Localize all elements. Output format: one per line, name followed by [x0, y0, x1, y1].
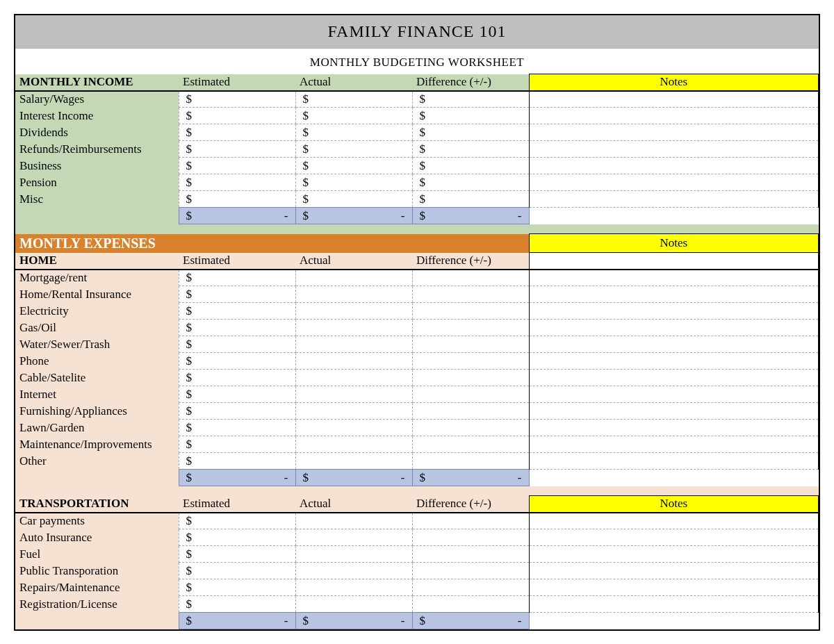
notes-cell[interactable] [529, 579, 819, 596]
cell-difference[interactable] [412, 453, 529, 470]
notes-cell[interactable] [529, 124, 819, 141]
cell-actual[interactable] [295, 436, 412, 453]
notes-cell[interactable] [529, 513, 819, 529]
cell-difference[interactable] [412, 320, 529, 336]
cell-estimated[interactable]: $ [179, 141, 295, 158]
cell-estimated[interactable]: $ [179, 386, 295, 403]
cell-estimated[interactable]: $ [179, 579, 295, 596]
cell-actual[interactable] [295, 353, 412, 370]
cell-estimated[interactable]: $ [179, 529, 295, 546]
cell-estimated[interactable]: $ [179, 174, 295, 191]
cell-actual[interactable] [295, 270, 412, 286]
cell-estimated[interactable]: $ [179, 108, 295, 124]
cell-actual[interactable] [295, 453, 412, 470]
notes-cell[interactable] [529, 403, 819, 420]
cell-estimated[interactable]: $ [179, 336, 295, 353]
cell-difference[interactable]: $ [412, 158, 529, 174]
notes-cell[interactable] [529, 420, 819, 436]
total-actual[interactable]: $- [295, 613, 412, 629]
cell-difference[interactable] [412, 563, 529, 579]
cell-actual[interactable]: $ [295, 158, 412, 174]
notes-cell[interactable] [529, 108, 819, 124]
cell-estimated[interactable]: $ [179, 370, 295, 386]
income-total-estimated[interactable]: $- [179, 208, 295, 224]
cell-difference[interactable]: $ [412, 174, 529, 191]
cell-actual[interactable] [295, 529, 412, 546]
cell-difference[interactable]: $ [412, 191, 529, 208]
cell-difference[interactable] [412, 336, 529, 353]
cell-estimated[interactable]: $ [179, 546, 295, 563]
cell-estimated[interactable]: $ [179, 403, 295, 420]
notes-cell[interactable] [529, 336, 819, 353]
cell-actual[interactable] [295, 596, 412, 613]
notes-cell[interactable] [529, 303, 819, 320]
cell-estimated[interactable]: $ [179, 124, 295, 141]
cell-actual[interactable]: $ [295, 108, 412, 124]
cell-estimated[interactable]: $ [179, 436, 295, 453]
notes-cell[interactable] [529, 596, 819, 613]
notes-cell[interactable] [529, 270, 819, 286]
total-difference[interactable]: $- [412, 470, 529, 486]
cell-difference[interactable]: $ [412, 124, 529, 141]
cell-estimated[interactable]: $ [179, 270, 295, 286]
cell-actual[interactable] [295, 579, 412, 596]
cell-actual[interactable] [295, 336, 412, 353]
cell-difference[interactable] [412, 436, 529, 453]
cell-difference[interactable] [412, 353, 529, 370]
cell-actual[interactable] [295, 303, 412, 320]
cell-difference[interactable] [412, 286, 529, 303]
notes-cell[interactable] [529, 546, 819, 563]
cell-estimated[interactable]: $ [179, 158, 295, 174]
notes-cell[interactable] [529, 353, 819, 370]
cell-difference[interactable]: $ [412, 141, 529, 158]
cell-estimated[interactable]: $ [179, 286, 295, 303]
cell-estimated[interactable]: $ [179, 353, 295, 370]
cell-difference[interactable] [412, 370, 529, 386]
cell-estimated[interactable]: $ [179, 596, 295, 613]
notes-cell[interactable] [529, 370, 819, 386]
cell-actual[interactable] [295, 320, 412, 336]
cell-actual[interactable] [295, 370, 412, 386]
cell-estimated[interactable]: $ [179, 320, 295, 336]
cell-estimated[interactable]: $ [179, 303, 295, 320]
cell-actual[interactable]: $ [295, 141, 412, 158]
cell-difference[interactable] [412, 270, 529, 286]
notes-cell[interactable] [529, 191, 819, 208]
cell-difference[interactable] [412, 513, 529, 529]
cell-actual[interactable] [295, 546, 412, 563]
cell-actual[interactable] [295, 420, 412, 436]
cell-difference[interactable] [412, 386, 529, 403]
cell-estimated[interactable]: $ [179, 420, 295, 436]
cell-actual[interactable] [295, 386, 412, 403]
notes-cell[interactable] [529, 563, 819, 579]
total-estimated[interactable]: $- [179, 470, 295, 486]
notes-cell[interactable] [529, 174, 819, 191]
total-estimated[interactable]: $- [179, 613, 295, 629]
notes-cell[interactable] [529, 286, 819, 303]
notes-cell[interactable] [529, 436, 819, 453]
cell-actual[interactable] [295, 403, 412, 420]
cell-difference[interactable]: $ [412, 108, 529, 124]
cell-difference[interactable] [412, 420, 529, 436]
cell-estimated[interactable]: $ [179, 563, 295, 579]
cell-difference[interactable]: $ [412, 91, 529, 108]
cell-difference[interactable] [412, 596, 529, 613]
notes-cell[interactable] [529, 91, 819, 108]
cell-difference[interactable] [412, 579, 529, 596]
cell-estimated[interactable]: $ [179, 453, 295, 470]
cell-actual[interactable] [295, 286, 412, 303]
cell-actual[interactable]: $ [295, 124, 412, 141]
notes-cell[interactable] [529, 386, 819, 403]
total-actual[interactable]: $- [295, 470, 412, 486]
cell-actual[interactable] [295, 513, 412, 529]
cell-difference[interactable] [412, 546, 529, 563]
cell-difference[interactable] [412, 303, 529, 320]
notes-cell[interactable] [529, 158, 819, 174]
total-difference[interactable]: $- [412, 613, 529, 629]
cell-difference[interactable] [412, 403, 529, 420]
cell-estimated[interactable]: $ [179, 191, 295, 208]
cell-estimated[interactable]: $ [179, 91, 295, 108]
cell-estimated[interactable]: $ [179, 513, 295, 529]
notes-cell[interactable] [529, 529, 819, 546]
cell-actual[interactable] [295, 563, 412, 579]
